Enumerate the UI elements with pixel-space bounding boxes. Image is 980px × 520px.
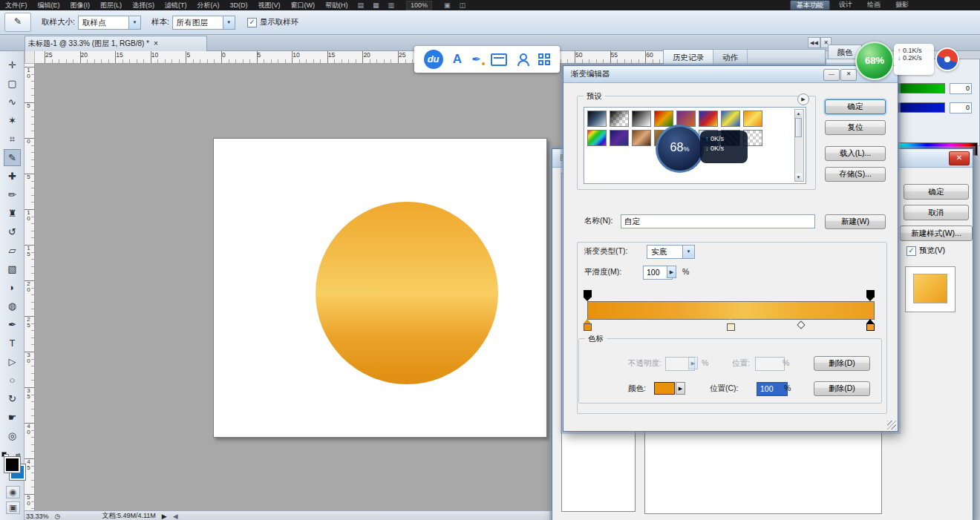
- menu-item[interactable]: 图像(I): [65, 1, 96, 9]
- zoom-tool[interactable]: ◎: [4, 427, 21, 444]
- accelerator-icon[interactable]: [935, 47, 959, 71]
- gradient-tool[interactable]: ▧: [4, 260, 21, 277]
- marquee-tool[interactable]: ▢: [4, 75, 21, 92]
- minimize-icon[interactable]: —: [823, 69, 840, 81]
- menu-item[interactable]: 编辑(E): [33, 1, 65, 9]
- menu-item[interactable]: 3D(D): [225, 1, 253, 9]
- memory-percent-ball[interactable]: 68%: [656, 125, 704, 173]
- apps-grid-icon[interactable]: [538, 53, 550, 65]
- flyout-menu-icon[interactable]: ▶: [797, 93, 809, 105]
- view-extras-icon[interactable]: ▦: [373, 1, 379, 9]
- gradient-type-dropdown[interactable]: 实底 ▼: [647, 245, 695, 259]
- gradient-preset[interactable]: [743, 111, 762, 127]
- gradient-preset[interactable]: [632, 130, 651, 146]
- gradient-bar[interactable]: [587, 301, 875, 320]
- pen-tool[interactable]: ✒: [4, 316, 21, 333]
- gradient-preset[interactable]: [587, 130, 607, 146]
- document-page[interactable]: [213, 138, 547, 438]
- opacity-stop[interactable]: [866, 290, 875, 300]
- move-tool[interactable]: ✛: [4, 56, 21, 73]
- chevron-down-icon[interactable]: ▼: [223, 16, 235, 29]
- gradient-preset[interactable]: [721, 111, 740, 127]
- scrollbar-thumb[interactable]: [795, 118, 802, 137]
- launch-bridge-icon[interactable]: ▤: [358, 1, 365, 9]
- history-brush-tool[interactable]: ↺: [4, 223, 21, 240]
- delete-color-stop-button[interactable]: 删除(D): [814, 381, 870, 396]
- resize-grip[interactable]: [887, 421, 896, 430]
- stop-color-swatch[interactable]: [654, 382, 675, 395]
- workspace-active[interactable]: 基本功能: [790, 0, 830, 10]
- quick-selection-tool[interactable]: ✶: [4, 112, 21, 129]
- opacity-stop[interactable]: [584, 290, 592, 300]
- gradient-preset[interactable]: [699, 111, 718, 127]
- collapse-panels-icon[interactable]: ◀◀: [808, 37, 820, 48]
- path-selection-tool[interactable]: ▷: [4, 353, 21, 370]
- scroll-up-icon[interactable]: ▲: [795, 110, 802, 117]
- quick-mask-button[interactable]: ◉: [6, 486, 20, 498]
- save-button[interactable]: 存储(S)...: [825, 167, 886, 182]
- chevron-down-icon[interactable]: ▼: [682, 246, 694, 258]
- hand-tool[interactable]: ☛: [4, 409, 21, 426]
- new-gradient-button[interactable]: 新建(W): [825, 214, 886, 229]
- name-input[interactable]: 自定: [621, 214, 815, 228]
- close-icon[interactable]: ✕: [840, 69, 857, 81]
- zoom-level-field[interactable]: 100%: [406, 1, 432, 10]
- dodge-tool[interactable]: ◍: [4, 297, 21, 315]
- show-ring-checkbox[interactable]: ✓: [247, 18, 257, 27]
- type-tool[interactable]: T: [4, 335, 21, 352]
- color-stop[interactable]: [584, 319, 592, 330]
- delete-opacity-stop-button[interactable]: 删除(D): [814, 356, 870, 371]
- ellipse-tool[interactable]: ○: [4, 372, 21, 389]
- healing-brush-tool[interactable]: ✚: [4, 168, 21, 185]
- scroll-left-icon[interactable]: ◀: [173, 513, 178, 520]
- status-arrow-icon[interactable]: ▶: [162, 513, 167, 520]
- new-style-button[interactable]: 新建样式(W)...: [900, 226, 973, 241]
- blur-tool[interactable]: ◗: [4, 279, 21, 296]
- cancel-button[interactable]: 取消: [904, 205, 969, 220]
- menu-item[interactable]: 滤镜(T): [160, 1, 192, 9]
- arrange-documents-icon[interactable]: ▣: [444, 1, 451, 9]
- spinner-icon[interactable]: ▶: [667, 266, 676, 278]
- screen-mode-button[interactable]: ▣: [6, 501, 20, 514]
- workspace-item[interactable]: 绘画: [861, 0, 886, 10]
- scroll-down-icon[interactable]: ▼: [795, 174, 802, 181]
- eraser-tool[interactable]: ▱: [4, 242, 21, 259]
- menu-item[interactable]: 视图(V): [253, 1, 286, 9]
- close-icon[interactable]: ×: [154, 36, 158, 51]
- menu-item[interactable]: 分析(A): [192, 1, 225, 9]
- brush-tool[interactable]: ✏: [4, 186, 21, 203]
- workspace-item[interactable]: 摄影: [889, 0, 915, 10]
- archive-box-icon[interactable]: [491, 53, 507, 66]
- load-button[interactable]: 载入(L)...: [825, 146, 886, 161]
- lasso-tool[interactable]: ∿: [4, 93, 21, 111]
- screen-mode-icon[interactable]: ◫: [460, 1, 466, 9]
- rotate-view-tool[interactable]: ↻: [4, 390, 21, 407]
- scrollbar[interactable]: ▲ ▼: [794, 109, 804, 182]
- color-stop[interactable]: [866, 319, 875, 330]
- menu-item[interactable]: 窗口(W): [286, 1, 321, 9]
- sample-size-dropdown[interactable]: 取样点 ▼: [78, 16, 141, 30]
- ok-button[interactable]: 确定: [904, 184, 969, 200]
- workspace-item[interactable]: 设计: [833, 0, 858, 10]
- close-icon[interactable]: ✕: [949, 151, 970, 165]
- preview-checkbox[interactable]: ✓: [906, 246, 916, 256]
- document-tab[interactable]: 未标题-1 @ 33.3% (图层 1, RGB/8) * ×: [24, 36, 207, 51]
- gradient-preset[interactable]: [610, 130, 629, 146]
- menu-item[interactable]: 选择(S): [127, 1, 160, 9]
- gradient-preset[interactable]: [654, 111, 673, 127]
- color-value-input[interactable]: 0: [950, 83, 972, 94]
- text-annotate-icon[interactable]: A: [453, 52, 462, 67]
- reset-button[interactable]: 复位: [825, 120, 886, 135]
- menu-item[interactable]: 帮助(H): [320, 1, 353, 9]
- crop-tool[interactable]: ⌗: [4, 131, 21, 148]
- location-c-input[interactable]: 100: [757, 382, 788, 396]
- pen-annotate-icon[interactable]: ✒: [471, 53, 481, 66]
- color-stop[interactable]: [727, 319, 735, 330]
- menu-item[interactable]: 图层(L): [95, 1, 127, 9]
- menu-item[interactable]: 文件(F): [0, 1, 33, 9]
- color-value-input[interactable]: 0: [950, 102, 972, 113]
- du-brand-icon[interactable]: du: [424, 50, 443, 69]
- sample-dropdown[interactable]: 所有图层 ▼: [172, 16, 235, 30]
- eyedropper-tool[interactable]: ✎: [4, 149, 21, 166]
- zoom-tool-icon[interactable]: ▥: [388, 1, 395, 9]
